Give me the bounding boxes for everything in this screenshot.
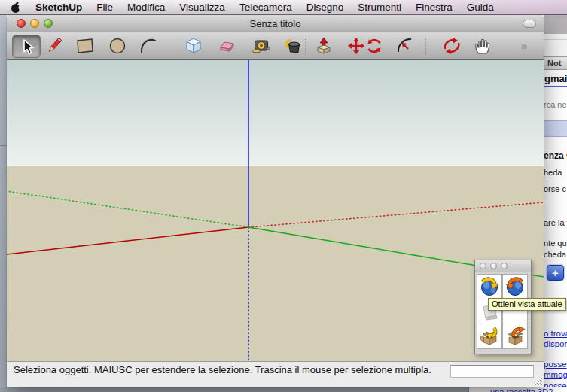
tool-orbit[interactable] (439, 35, 465, 57)
toolbar: » (7, 32, 544, 60)
box-arrow-in-icon (479, 326, 500, 347)
sketchup-window: Senza titolo (7, 15, 544, 387)
orbit-icon (442, 36, 462, 56)
background-browser-window: Not gmail rca ne enza G heda orse c are … (544, 15, 567, 392)
toolbar-toggle-button[interactable] (523, 20, 536, 28)
push-pull-icon (314, 36, 334, 56)
browser-link[interactable]: o trova (544, 329, 567, 338)
pencil-icon (44, 36, 64, 56)
browser-toolbar-row (544, 34, 567, 56)
drawing-axes (7, 60, 544, 361)
browser-rule (544, 86, 567, 87)
apple-menu[interactable] (11, 1, 21, 14)
red-axis-dotted (248, 202, 544, 227)
status-bar: Seleziona oggetti. MAIUSC per estendere … (7, 361, 544, 387)
browser-link[interactable]: mmag (544, 370, 567, 379)
toggle-terrain-button[interactable] (502, 274, 528, 299)
menu-item-guida[interactable]: Guida (467, 2, 494, 13)
tool-eraser[interactable] (215, 35, 240, 57)
browser-text-fragment: are la f (544, 218, 567, 227)
toolbar-separator (305, 38, 306, 55)
browser-text-fragment: heda (544, 168, 562, 177)
share-model-button[interactable] (502, 324, 528, 349)
background-bottom-strip: una raccolta 3D? (0, 387, 567, 392)
screen: Not gmail rca ne enza G heda orse c are … (0, 0, 567, 392)
background-bottom-panel: una raccolta 3D? (468, 387, 567, 392)
browser-tab[interactable]: Not (544, 56, 567, 70)
menu-item-file[interactable]: File (96, 2, 113, 13)
background-divider (0, 145, 7, 146)
background-left-strip (0, 15, 7, 392)
apple-icon (11, 1, 21, 14)
tool-push-pull[interactable] (311, 35, 337, 57)
palette-minimize-button[interactable] (490, 263, 497, 269)
circle-icon (108, 36, 127, 56)
rectangle-icon (75, 36, 95, 56)
toolbar-separator (425, 38, 426, 55)
rotate-icon (364, 36, 384, 56)
browser-section-heading: enza G (544, 150, 567, 161)
add-button[interactable]: + (547, 265, 564, 281)
palette-zoom-button[interactable] (501, 263, 508, 269)
offset-icon (395, 36, 415, 56)
tool-make-component[interactable] (181, 35, 206, 57)
tool-pan[interactable] (469, 35, 495, 57)
menu-item-finestra[interactable]: Finestra (416, 2, 453, 13)
tape-measure-icon (252, 36, 272, 56)
measurement-box[interactable] (450, 365, 534, 378)
tool-line[interactable] (41, 35, 67, 57)
box-arrow-out-icon (505, 326, 526, 347)
tool-paint-bucket[interactable] (280, 35, 306, 57)
arc-icon (139, 36, 158, 56)
browser-search-hint[interactable]: rca ne (544, 100, 567, 109)
select-arrow-icon (17, 38, 35, 56)
palette-close-button[interactable] (480, 263, 486, 269)
browser-text-fragment: orse c (544, 184, 566, 193)
pan-hand-icon (472, 36, 492, 56)
menu-item-modifica[interactable]: Modifica (127, 2, 165, 13)
tooltip: Ottieni vista attuale (488, 298, 566, 311)
tool-rotate[interactable] (361, 35, 387, 57)
globe-yellow-arrow-icon (479, 276, 500, 297)
browser-text-fragment: cheda (544, 250, 566, 259)
menu-item-telecamera[interactable]: Telecamera (239, 2, 292, 13)
browser-link[interactable]: dispor (544, 339, 567, 348)
paint-bucket-icon (283, 36, 303, 56)
red-axis-solid (7, 227, 248, 254)
component-box-icon (184, 36, 203, 56)
palette-grid (477, 275, 530, 349)
palette-title-bar[interactable] (475, 260, 531, 272)
tool-tape-measure[interactable] (249, 35, 275, 57)
menu-item-sketchup[interactable]: SketchUp (35, 2, 82, 13)
globe-orange-arrow-icon (505, 276, 526, 297)
eraser-icon (218, 36, 237, 56)
get-current-view-button[interactable] (477, 274, 502, 299)
tool-offset[interactable] (392, 35, 418, 57)
menu-bar: SketchUp File Modifica Visualizza Teleca… (0, 0, 567, 15)
browser-link[interactable]: posse (544, 360, 567, 369)
title-bar[interactable]: Senza titolo (7, 15, 544, 32)
green-axis-dotted (7, 191, 248, 227)
status-message: Seleziona oggetti. MAIUSC per estendere … (14, 364, 465, 375)
get-models-button[interactable] (477, 324, 502, 349)
menu-item-strumenti[interactable]: Strumenti (358, 2, 401, 13)
browser-heading: gmail (544, 73, 567, 84)
menu-item-disegno[interactable]: Disegno (306, 2, 344, 13)
tool-circle[interactable] (105, 35, 130, 57)
resize-grip[interactable] (532, 376, 543, 387)
browser-bottom-link[interactable]: una raccolta 3D? (490, 387, 553, 392)
browser-text-fragment: nte qu (544, 239, 567, 248)
drawing-viewport[interactable] (7, 60, 544, 361)
browser-chrome (544, 15, 567, 34)
tool-select[interactable] (12, 35, 41, 58)
toolbar-overflow-chevron[interactable]: » (521, 39, 526, 52)
browser-highlight-bar (544, 120, 567, 137)
menu-item-visualizza[interactable]: Visualizza (179, 2, 225, 13)
tool-arc[interactable] (136, 35, 161, 57)
window-title: Senza titolo (7, 18, 544, 29)
tool-rectangle[interactable] (72, 35, 98, 57)
